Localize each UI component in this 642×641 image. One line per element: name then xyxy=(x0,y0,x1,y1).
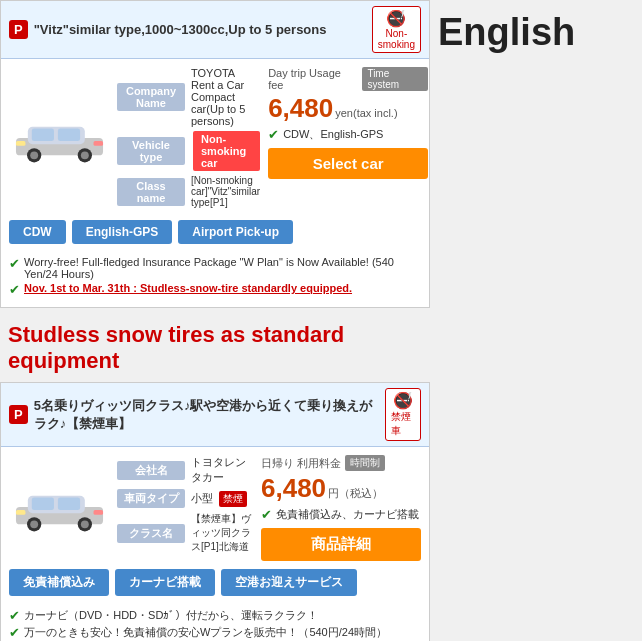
ja-vehicle-label: 車両タイプ xyxy=(117,489,185,508)
en-day-trip-label: Day trip Usage fee xyxy=(268,67,358,91)
ja-airport-button[interactable]: 空港お迎えサービス xyxy=(221,569,357,596)
en-time-system-badge: Time system xyxy=(362,67,428,91)
no-smoking-line2: smoking xyxy=(378,39,415,50)
ja-select-car-button[interactable]: 商品詳細 xyxy=(261,528,421,561)
ja-check-icon: ✔ xyxy=(261,507,272,522)
ja-car-image xyxy=(9,455,109,561)
en-no-smoking-badge: 🚭 Non- smoking xyxy=(372,6,421,53)
ja-logo: P xyxy=(9,405,28,424)
ja-price-unit: 円（税込） xyxy=(328,486,383,501)
ja-notice1-check-icon: ✔ xyxy=(9,608,20,623)
en-select-car-button[interactable]: Select car xyxy=(268,148,428,179)
ja-company-label: 会社名 xyxy=(117,461,185,480)
en-studless-label-area: Studless snow tires as standard equipmen… xyxy=(0,316,430,382)
en-airport-button[interactable]: Airport Pick-up xyxy=(178,220,293,244)
en-vehicle-tag: Non-smoking car xyxy=(193,131,260,171)
ja-price-area: 日帰り 利用料金 時間制 6,480 円（税込） ✔ 免責補償込み、カーナビ搭載… xyxy=(261,455,421,561)
en-check-icon: ✔ xyxy=(268,127,279,142)
no-smoking-icon: 🚭 xyxy=(386,9,406,28)
ja-no-smoking-badge: 🚭 禁煙車 xyxy=(385,388,421,441)
svg-rect-3 xyxy=(57,128,79,141)
ja-notice2: 万一のときも安心！免責補償の安心Wプランを販売中！（540円/24時間） xyxy=(24,625,387,640)
svg-rect-9 xyxy=(93,141,103,146)
ja-notice1: カーナビ（DVD・HDD・SDｶﾞ）付だから、運転ラクラク！ xyxy=(24,608,318,623)
en-price-unit: yen(tax incl.) xyxy=(335,107,397,119)
en-notice2-check-icon: ✔ xyxy=(9,282,20,297)
svg-rect-2 xyxy=(31,128,53,141)
ja-vehicle-type-value: 小型 xyxy=(191,491,213,506)
no-smoking-line1: Non- xyxy=(386,28,408,39)
en-notices: ✔ Worry-free! Full-fledged Insurance Pac… xyxy=(1,252,429,307)
svg-point-17 xyxy=(80,520,88,528)
ja-class-value: 【禁煙車】ヴィッツ同クラス[P1]北海道 xyxy=(191,512,253,554)
en-info-table: Company Name TOYOTA Rent a Car Compact c… xyxy=(117,67,260,212)
en-header-bar: P "Vitz"similar type,1000~1300cc,Up to 5… xyxy=(1,1,429,59)
en-notice2: Nov. 1st to Mar. 31th : Studless-snow-ti… xyxy=(24,282,352,294)
en-price-amount: 6,480 xyxy=(268,93,333,124)
svg-rect-18 xyxy=(15,510,24,515)
en-company-label: Company Name xyxy=(117,83,185,111)
ja-time-system-badge: 時間制 xyxy=(345,455,385,471)
ja-company-value: トヨタレンタカー xyxy=(191,455,253,485)
en-gps-button[interactable]: English-GPS xyxy=(72,220,173,244)
en-header-title: "Vitz"similar type,1000~1300cc,Up to 5 p… xyxy=(34,22,327,37)
ja-notices: ✔ カーナビ（DVD・HDD・SDｶﾞ）付だから、運転ラクラク！ ✔ 万一のとき… xyxy=(1,604,429,641)
svg-rect-13 xyxy=(57,497,79,510)
en-big-label: English xyxy=(430,10,642,56)
en-studless-label: Studless snow tires as standard equipmen… xyxy=(0,318,430,378)
ja-header-bar: P 5名乗りヴィッツ同クラス♪駅や空港から近くて乗り換えがラク♪【禁煙車】 🚭 … xyxy=(1,383,429,447)
ja-no-smoking-icon: 🚭 xyxy=(393,391,413,410)
en-class-label: Class name xyxy=(117,178,185,206)
svg-point-15 xyxy=(30,520,38,528)
en-company-value: TOYOTA Rent a Car Compact car(Up to 5 pe… xyxy=(191,67,260,127)
en-logo: P xyxy=(9,20,28,39)
en-buttons-row: CDW English-GPS Airport Pick-up xyxy=(1,220,429,252)
ja-notice2-check-icon: ✔ xyxy=(9,625,20,640)
ja-header-title: 5名乗りヴィッツ同クラス♪駅や空港から近くて乗り換えがラク♪【禁煙車】 xyxy=(34,397,385,433)
en-price-area: Day trip Usage fee Time system 6,480 yen… xyxy=(268,67,428,212)
en-vehicle-label: Vehicle type xyxy=(117,137,185,165)
svg-point-7 xyxy=(80,151,88,159)
ja-price-amount: 6,480 xyxy=(261,473,326,504)
svg-rect-19 xyxy=(93,510,103,515)
svg-rect-8 xyxy=(15,141,24,146)
en-cdw-label: CDW、English-GPS xyxy=(283,127,383,142)
ja-buttons-row: 免責補償込み カーナビ搭載 空港お迎えサービス xyxy=(1,569,429,604)
ja-cdw-label: 免責補償込み、カーナビ搭載 xyxy=(276,507,419,522)
ja-no-smoking-line1: 禁煙車 xyxy=(391,410,415,438)
ja-cdw-button[interactable]: 免責補償込み xyxy=(9,569,109,596)
ja-vehicle-tag: 禁煙 xyxy=(219,491,247,507)
en-class-value: [Non-smoking car]"Vitz"similar type[P1] xyxy=(191,175,260,208)
en-cdw-button[interactable]: CDW xyxy=(9,220,66,244)
en-notice1: Worry-free! Full-fledged Insurance Packa… xyxy=(24,256,421,280)
en-notice1-check-icon: ✔ xyxy=(9,256,20,271)
ja-day-trip-label: 日帰り 利用料金 xyxy=(261,456,341,471)
ja-gps-button[interactable]: カーナビ搭載 xyxy=(115,569,215,596)
svg-rect-12 xyxy=(31,497,53,510)
en-car-image xyxy=(9,67,109,212)
ja-class-label: クラス名 xyxy=(117,524,185,543)
svg-point-5 xyxy=(30,151,38,159)
ja-info-table: 会社名 トヨタレンタカー 車両タイプ 小型 禁煙 クラス名 【禁煙車】ヴィッツ同… xyxy=(117,455,253,561)
